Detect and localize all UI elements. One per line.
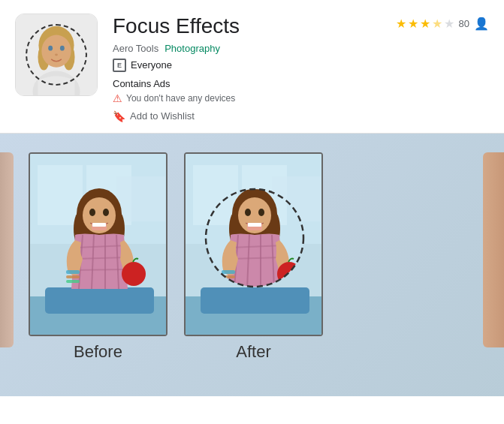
after-frame-wrapper	[184, 152, 323, 336]
svg-rect-34	[66, 275, 80, 278]
left-edge-screenshot	[0, 152, 14, 347]
contains-ads-label: Contains Ads	[113, 78, 489, 89]
app-category[interactable]: Photography	[164, 43, 220, 54]
wishlist-row[interactable]: 🔖 Add to Wishlist	[113, 110, 489, 122]
star-1: ★	[396, 17, 406, 31]
wishlist-label: Add to Wishlist	[130, 110, 195, 122]
age-rating-row: E Everyone	[113, 59, 489, 72]
svg-line-31	[73, 269, 125, 270]
screenshots-main: Before	[14, 141, 504, 362]
svg-point-22	[103, 209, 109, 216]
warning-text: You don't have any devices	[126, 93, 235, 104]
before-frame	[29, 152, 167, 336]
screenshot-before: Before	[29, 152, 167, 362]
svg-point-75	[206, 189, 303, 287]
svg-point-32	[122, 262, 146, 286]
svg-point-21	[89, 209, 95, 216]
warning-icon: ⚠	[113, 92, 122, 104]
rating-row: ★ ★ ★ ★ ★ 80 👤	[396, 17, 489, 31]
svg-rect-14	[116, 176, 165, 221]
bookmark-icon: 🔖	[113, 110, 125, 122]
focus-dashed-circle	[186, 154, 323, 336]
age-rating-badge: E	[113, 59, 126, 72]
app-icon	[15, 14, 98, 96]
star-3: ★	[420, 17, 430, 31]
right-edge-screenshot	[483, 152, 504, 347]
screenshots-section: Before	[0, 134, 504, 396]
focus-circle-icon	[26, 24, 87, 86]
age-rating-label: Everyone	[131, 59, 172, 71]
svg-rect-16	[45, 287, 154, 314]
app-developer[interactable]: Aero Tools	[113, 43, 158, 54]
star-5: ★	[444, 17, 454, 31]
after-label: After	[236, 342, 270, 362]
star-2: ★	[408, 17, 418, 31]
svg-rect-35	[66, 280, 80, 283]
svg-rect-33	[66, 270, 80, 274]
app-meta-row: Aero Tools Photography	[113, 43, 489, 54]
before-label: Before	[74, 342, 122, 362]
warning-row: ⚠ You don't have any devices	[113, 92, 489, 104]
star-4: ★	[432, 17, 442, 31]
rating-count: 80	[459, 18, 469, 29]
screenshot-after: After	[184, 152, 323, 362]
person-icon: 👤	[474, 17, 489, 31]
svg-rect-24	[92, 223, 106, 227]
app-header: Focus Effects Aero Tools Photography E E…	[0, 0, 504, 134]
stars-container: ★ ★ ★ ★ ★	[396, 17, 454, 31]
before-image	[30, 154, 167, 336]
